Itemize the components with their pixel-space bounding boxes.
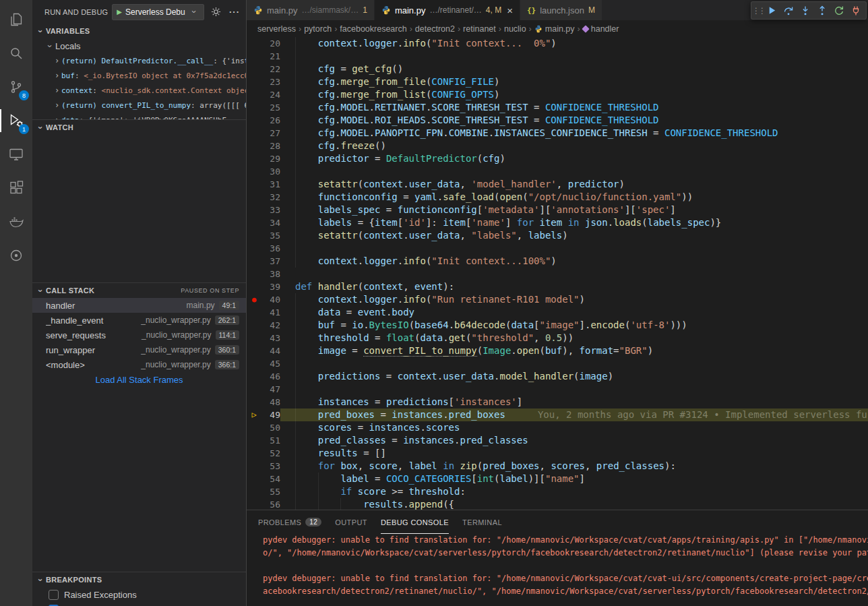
line-content[interactable]: cfg = get_cfg() — [280, 63, 868, 75]
gutter-glyph-margin[interactable] — [247, 319, 261, 332]
line-content[interactable] — [280, 165, 868, 178]
line-content[interactable]: scores = instances.scores — [280, 421, 868, 434]
line-content[interactable]: labels = {item['id']: item['name'] for i… — [280, 216, 868, 229]
code-line-48[interactable]: 48 instances = predictions['instances'] — [247, 396, 868, 408]
line-content[interactable]: pred_boxes = instances.pred_boxesYou, 2 … — [280, 408, 868, 421]
breadcrumb-item-handler[interactable]: handler — [583, 24, 619, 34]
panel-tab-terminal[interactable]: TERMINAL — [462, 510, 502, 534]
line-content[interactable]: results.append({ — [280, 498, 868, 510]
gutter-glyph-margin[interactable] — [247, 306, 261, 319]
code-line-35[interactable]: 35 setattr(context.user_data, "labels", … — [247, 229, 868, 242]
line-content[interactable]: cfg.MODEL.RETINANET.SCORE_THRESH_TEST = … — [280, 101, 868, 114]
line-content[interactable] — [280, 50, 868, 63]
code-line-20[interactable]: 20 context.logger.info("Init context... … — [247, 37, 868, 50]
variables-list[interactable]: › Locals ›(return) DefaultPredictor.__ca… — [32, 38, 246, 119]
editor-tab-launch.json-2[interactable]: {}launch.jsonM — [520, 0, 602, 20]
source-control-icon[interactable]: 8 — [0, 70, 32, 104]
code-line-52[interactable]: 52 results = [] — [247, 447, 868, 460]
gutter-glyph-margin[interactable] — [247, 396, 261, 408]
close-tab-icon[interactable]: × — [507, 5, 513, 16]
code-line-42[interactable]: 42 buf = io.BytesIO(base64.b64decode(dat… — [247, 319, 868, 332]
code-line-27[interactable]: 27 cfg.MODEL.PANOPTIC_FPN.COMBINE.INSTAN… — [247, 127, 868, 140]
line-content[interactable] — [280, 357, 868, 370]
line-content[interactable]: setattr(context.user_data, "labels", lab… — [280, 229, 868, 242]
watch-section-header[interactable]: › WATCH — [32, 120, 246, 135]
gutter-glyph-margin[interactable] — [247, 165, 261, 178]
code-line-40[interactable]: ●40 context.logger.info("Run retinanet-R… — [247, 293, 868, 306]
gutter-glyph-margin[interactable] — [247, 140, 261, 152]
variable-row[interactable]: ›data: {'image': 'iVBORw0KGgoAAAANSUhE… — [32, 113, 246, 119]
variable-row[interactable]: ›buf: <_io.BytesIO object at 0x7f5a2dc1e… — [32, 68, 246, 83]
gutter-glyph-margin[interactable] — [247, 434, 261, 447]
gutter-glyph-margin[interactable] — [247, 37, 261, 50]
code-line-45[interactable]: 45 — [247, 357, 868, 370]
line-content[interactable]: results = [] — [280, 447, 868, 460]
line-content[interactable] — [280, 242, 868, 255]
step-into-button[interactable] — [797, 3, 813, 19]
code-line-34[interactable]: 34 labels = {item['id']: item['name'] fo… — [247, 216, 868, 229]
docker-icon[interactable] — [0, 205, 32, 239]
gutter-glyph-margin[interactable] — [247, 216, 261, 229]
line-content[interactable]: cfg.freeze() — [280, 140, 868, 152]
gutter-glyph-margin[interactable] — [247, 447, 261, 460]
breadcrumb-item-nuclio[interactable]: nuclio — [504, 24, 526, 34]
extensions-icon[interactable] — [0, 171, 32, 205]
step-over-button[interactable] — [780, 3, 797, 19]
line-content[interactable]: label = COCO_CATEGORIES[int(label)]["nam… — [280, 473, 868, 485]
breakpoint-row[interactable]: ✓Uncaught Exceptions — [32, 602, 246, 606]
debug-console-output[interactable]: pydev debugger: unable to find translati… — [247, 534, 868, 606]
panel-tab-output[interactable]: OUTPUT — [335, 510, 367, 534]
restart-button[interactable] — [831, 3, 847, 19]
gutter-glyph-margin[interactable] — [247, 88, 261, 101]
line-content[interactable]: context.logger.info("Init context...100%… — [280, 255, 868, 268]
line-content[interactable]: threshold = float(data.get("threshold", … — [280, 332, 868, 344]
line-content[interactable]: context.logger.info("Run retinanet-R101 … — [280, 293, 868, 306]
code-line-25[interactable]: 25 cfg.MODEL.RETINANET.SCORE_THRESH_TEST… — [247, 101, 868, 114]
gutter-glyph-margin[interactable] — [247, 460, 261, 473]
step-out-button[interactable] — [814, 3, 830, 19]
variable-row[interactable]: ›(return) DefaultPredictor.__call__: {'i… — [32, 53, 246, 68]
line-content[interactable]: functionconfig = yaml.safe_load(open("/o… — [280, 191, 868, 204]
gutter-glyph-margin[interactable] — [247, 280, 261, 293]
code-line-41[interactable]: 41 data = event.body — [247, 306, 868, 319]
variable-row[interactable]: ›(return) convert_PIL_to_numpy: array([[… — [32, 98, 246, 113]
code-line-30[interactable]: 30 — [247, 165, 868, 178]
line-content[interactable]: pred_classes = instances.pred_classes — [280, 434, 868, 447]
search-icon[interactable] — [0, 36, 32, 70]
settings-gear-icon[interactable] — [208, 5, 223, 20]
breadcrumb-item-main.py[interactable]: main.py — [534, 24, 575, 34]
panel-tab-debug-console[interactable]: DEBUG CONSOLE — [381, 510, 449, 534]
gutter-glyph-margin[interactable] — [247, 63, 261, 75]
variables-scope-locals[interactable]: › Locals — [32, 38, 246, 53]
breadcrumb-item-facebookresearch[interactable]: facebookresearch — [340, 24, 406, 34]
gutter-glyph-margin[interactable] — [247, 344, 261, 357]
toolbar-drag-handle[interactable]: ⋮⋮ — [753, 3, 763, 19]
code-line-28[interactable]: 28 cfg.freeze() — [247, 140, 868, 152]
code-line-21[interactable]: 21 — [247, 50, 868, 63]
more-actions-icon[interactable]: ··· — [227, 5, 242, 20]
gutter-glyph-margin[interactable] — [247, 204, 261, 216]
gutter-glyph-margin[interactable] — [247, 498, 261, 510]
line-content[interactable]: image = convert_PIL_to_numpy(Image.open(… — [280, 344, 868, 357]
code-line-33[interactable]: 33 labels_spec = functionconfig['metadat… — [247, 204, 868, 216]
line-content[interactable]: def handler(context, event): — [280, 280, 868, 293]
panel-tab-problems[interactable]: PROBLEMS12 — [258, 510, 321, 534]
debug-config-select[interactable]: ▶ Serverless Debu › — [112, 4, 204, 20]
breadcrumb-item-detectron2[interactable]: detectron2 — [415, 24, 455, 34]
code-line-50[interactable]: 50 scores = instances.scores — [247, 421, 868, 434]
code-line-23[interactable]: 23 cfg.merge_from_file(CONFIG_FILE) — [247, 75, 868, 88]
disconnect-button[interactable] — [848, 3, 864, 19]
gutter-glyph-margin[interactable] — [247, 268, 261, 280]
load-all-stack-frames-link[interactable]: Load All Stack Frames — [32, 372, 246, 387]
code-line-26[interactable]: 26 cfg.MODEL.ROI_HEADS.SCORE_THRESH_TEST… — [247, 114, 868, 127]
current-line-arrow-icon[interactable]: ▷ — [247, 408, 261, 421]
line-content[interactable]: cfg.MODEL.PANOPTIC_FPN.COMBINE.INSTANCES… — [280, 127, 868, 140]
breadcrumb-item-pytorch[interactable]: pytorch — [304, 24, 332, 34]
line-content[interactable]: context.logger.info("Init context... 0%"… — [280, 37, 868, 50]
code-line-43[interactable]: 43 threshold = float(data.get("threshold… — [247, 332, 868, 344]
code-line-53[interactable]: 53 for box, score, label in zip(pred_box… — [247, 460, 868, 473]
gutter-glyph-margin[interactable] — [247, 152, 261, 165]
code-line-22[interactable]: 22 cfg = get_cfg() — [247, 63, 868, 75]
breadcrumb-item-retinanet[interactable]: retinanet — [463, 24, 496, 34]
code-line-31[interactable]: 31 setattr(context.user_data, 'model_han… — [247, 178, 868, 191]
